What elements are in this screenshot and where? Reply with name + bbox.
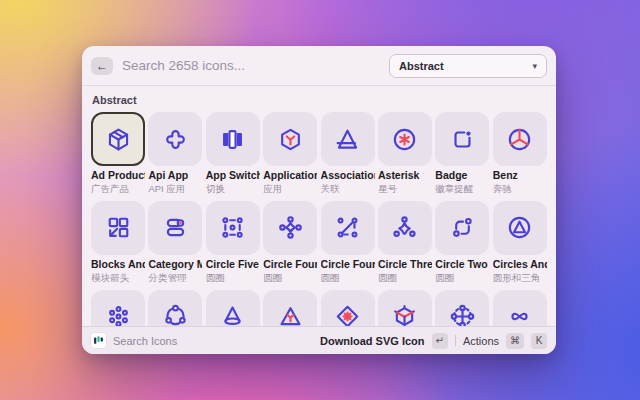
- icon-tile-application[interactable]: [263, 112, 317, 166]
- cube-red-edges-icon: [391, 303, 418, 326]
- icon-tile-diamond-asterisk[interactable]: [321, 290, 375, 326]
- icon-tile-cube-red-edges[interactable]: [378, 290, 432, 326]
- icon-label: Asterisk: [378, 169, 432, 182]
- icon-tile-cone[interactable]: [206, 290, 260, 326]
- icon-sublabel: 徽章提醒: [435, 183, 489, 194]
- icon-sublabel: 应用: [263, 183, 317, 194]
- icon-tile-group-circle[interactable]: [148, 290, 202, 326]
- icon-cell-circle-five-line: Circle Five L...圆圈: [206, 201, 260, 283]
- icon-label: Circle Five L...: [206, 258, 260, 271]
- icon-tile-benz[interactable]: [493, 112, 547, 166]
- icon-sublabel: 星号: [378, 183, 432, 194]
- icon-sublabel: 圆圈: [435, 272, 489, 283]
- icon-cell-diamond-asterisk: [321, 290, 375, 326]
- footer-divider: [455, 335, 456, 346]
- section-title: Abstract: [92, 94, 547, 106]
- icon-tile-badge[interactable]: [435, 112, 489, 166]
- footer-app-name: Search Icons: [113, 335, 177, 347]
- icon-tile-app-switch[interactable]: [206, 112, 260, 166]
- icon-label: Circle Four...: [321, 258, 375, 271]
- icon-tile-circle-four[interactable]: [263, 201, 317, 255]
- back-button[interactable]: ←: [91, 57, 113, 75]
- download-svg-action[interactable]: Download SVG Icon: [320, 335, 425, 347]
- icon-cell-infinity: [493, 290, 547, 326]
- icon-tile-blocks-and-arrows[interactable]: [91, 201, 145, 255]
- icon-cell-circle-four-line: Circle Four...圆圈: [321, 201, 375, 283]
- icon-tile-dot-cluster[interactable]: [91, 290, 145, 326]
- icon-tile-ad-product[interactable]: [91, 112, 145, 166]
- back-arrow-icon: ←: [96, 59, 108, 73]
- icon-cell-app-switch: App Switch切换: [206, 112, 260, 194]
- circle-five-line-icon: [219, 214, 246, 241]
- cmd-key-icon: ⌘: [506, 333, 524, 349]
- icon-sublabel: 圆圈: [206, 272, 260, 283]
- icon-tile-circle-two-line[interactable]: [435, 201, 489, 255]
- circle-three-icon: [391, 214, 418, 241]
- icon-tile-association[interactable]: [321, 112, 375, 166]
- icon-tile-circle-five-line[interactable]: [206, 201, 260, 255]
- icon-label: Circle Four: [263, 258, 317, 271]
- icon-cell-cone: [206, 290, 260, 326]
- icon-label: Ad Product: [91, 169, 145, 182]
- icon-sublabel: 分类管理: [148, 272, 202, 283]
- icon-sublabel: API 应用: [148, 183, 202, 194]
- icon-cell-benz: Benz奔驰: [493, 112, 547, 194]
- infinity-icon: [506, 303, 533, 326]
- icon-label: Association: [321, 169, 375, 182]
- dot-cluster-icon: [105, 303, 132, 326]
- icon-label: Category M...: [148, 258, 202, 271]
- icon-tile-cross-ring-dots[interactable]: [435, 290, 489, 326]
- icon-cell-application: Application...应用: [263, 112, 317, 194]
- icon-tile-asterisk[interactable]: [378, 112, 432, 166]
- icon-label: Circles And...: [493, 258, 547, 271]
- icon-cell-category-management: Category M...分类管理: [148, 201, 202, 283]
- icon-tile-api-app[interactable]: [148, 112, 202, 166]
- search-input[interactable]: Search 2658 icons...: [122, 58, 380, 73]
- category-dropdown[interactable]: Abstract ▾: [389, 54, 547, 78]
- badge-icon: [449, 126, 476, 153]
- icon-cell-association: Association关联: [321, 112, 375, 194]
- circle-two-line-icon: [449, 214, 476, 241]
- actions-button[interactable]: Actions: [463, 335, 499, 347]
- k-key-icon: K: [531, 333, 547, 349]
- category-dropdown-value: Abstract: [399, 60, 444, 72]
- icon-sublabel: 广告产品: [91, 183, 145, 194]
- desktop: { "app": { "search_placeholder": "Search…: [0, 0, 640, 400]
- icon-tile-circles-and-triangles[interactable]: [493, 201, 547, 255]
- group-circle-icon: [162, 303, 189, 326]
- category-management-icon: [162, 214, 189, 241]
- asterisk-icon: [391, 126, 418, 153]
- icon-label: Api App: [148, 169, 202, 182]
- icon-cell-circle-four: Circle Four圆圈: [263, 201, 317, 283]
- return-key-icon[interactable]: ↵: [432, 333, 448, 349]
- cross-ring-dots-icon: [449, 303, 476, 326]
- icon-tile-category-management[interactable]: [148, 201, 202, 255]
- icon-tile-triangle-round-star[interactable]: [263, 290, 317, 326]
- blocks-and-arrows-icon: [105, 214, 132, 241]
- icon-cell-badge: Badge徽章提醒: [435, 112, 489, 194]
- icon-cell-cross-ring-dots: [435, 290, 489, 326]
- ad-product-icon: [105, 126, 132, 153]
- circle-four-line-icon: [334, 214, 361, 241]
- icon-label: App Switch: [206, 169, 260, 182]
- icon-grid: Ad Product广告产品Api AppAPI 应用App Switch切换A…: [91, 112, 547, 326]
- icon-tile-infinity[interactable]: [493, 290, 547, 326]
- icon-cell-circle-three: Circle Three圆圈: [378, 201, 432, 283]
- icon-tile-circle-three[interactable]: [378, 201, 432, 255]
- icon-cell-group-circle: [148, 290, 202, 326]
- icon-label: Circle Three: [378, 258, 432, 271]
- icon-sublabel: 圆圈: [263, 272, 317, 283]
- application-icon: [277, 126, 304, 153]
- icon-cell-triangle-round-star: [263, 290, 317, 326]
- icon-tile-circle-four-line[interactable]: [321, 201, 375, 255]
- icon-sublabel: 关联: [321, 183, 375, 194]
- extension-logo-icon: [91, 333, 106, 348]
- icon-label: Benz: [493, 169, 547, 182]
- icon-label: Application...: [263, 169, 317, 182]
- icon-cell-circle-two-line: Circle Two L...圆圈: [435, 201, 489, 283]
- results-area: Abstract Ad Product广告产品Api AppAPI 应用App …: [82, 86, 556, 326]
- icon-sublabel: 奔驰: [493, 183, 547, 194]
- icon-label: Badge: [435, 169, 489, 182]
- icon-cell-ad-product: Ad Product广告产品: [91, 112, 145, 194]
- icon-label: Blocks And...: [91, 258, 145, 271]
